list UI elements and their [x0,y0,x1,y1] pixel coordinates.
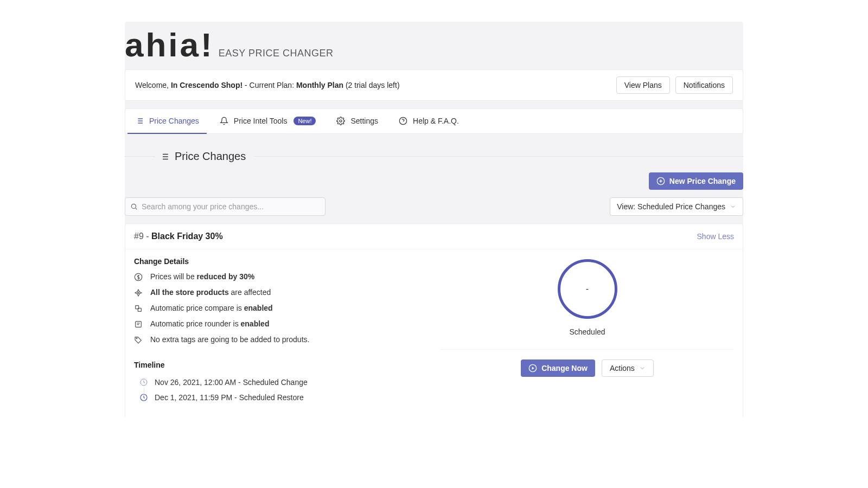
detail-row-price: Prices will be reduced by 30% [134,272,427,281]
show-less-link[interactable]: Show Less [697,232,734,241]
rounder-icon [134,320,143,329]
card-title: #9 - Black Friday 30% [134,232,223,241]
list-icon [159,152,169,162]
svg-point-6 [340,120,342,122]
details-column: Change Details Prices will be reduced by… [134,257,427,407]
welcome-prefix: Welcome, [135,81,171,89]
main-tabs: Price Changes Price Intel Tools New! Set… [125,108,743,134]
tab-help-label: Help & F.A.Q. [413,117,459,125]
view-filter-label: View: Scheduled Price Changes [617,202,725,211]
timeline-text: Nov 26, 2021, 12:00 AM - Scheduled Chang… [155,378,308,387]
svg-marker-33 [532,367,534,369]
svg-line-19 [136,208,137,210]
section-title: Price Changes [175,150,246,163]
section-heading: Price Changes [125,150,743,163]
bell-icon [220,117,228,125]
actions-dropdown-button[interactable]: Actions [602,359,654,377]
clock-icon [139,393,148,402]
search-wrap [125,197,326,216]
app-container: ahia! EASY PRICE CHANGER Welcome, In Cre… [125,22,743,417]
change-now-label: Change Now [541,364,588,373]
welcome-text: Welcome, In Crescendo Shop! - Current Pl… [135,81,400,89]
clock-icon [139,378,148,387]
target-icon [134,288,143,297]
detail-row-rounder: Automatic price rounder is enabled [134,319,427,329]
tab-price-changes[interactable]: Price Changes [127,109,207,134]
brand-subtitle: EASY PRICE CHANGER [219,48,334,59]
timeline-item: Dec 1, 2021, 11:59 PM - Scheduled Restor… [134,392,427,407]
search-input[interactable] [125,197,326,216]
new-price-change-button[interactable]: New Price Change [649,172,743,190]
tab-settings[interactable]: Settings [329,109,386,134]
tab-settings-label: Settings [350,117,378,125]
chevron-down-icon [730,203,736,210]
chevron-down-icon [639,365,646,371]
details-heading: Change Details [134,257,427,266]
notifications-button[interactable]: Notifications [675,76,733,94]
svg-point-18 [131,204,136,208]
search-icon [130,203,138,210]
brand-header: ahia! EASY PRICE CHANGER [125,22,743,69]
shop-name: In Crescendo Shop! [171,81,242,89]
new-badge: New! [293,117,316,125]
dollar-icon [134,273,143,281]
view-plans-button[interactable]: View Plans [616,76,670,94]
tag-icon [134,336,143,344]
status-ring-value: - [586,284,589,294]
card-id: #9 - [134,232,151,241]
status-ring: - [558,259,617,319]
tab-intel-tools[interactable]: Price Intel Tools New! [212,109,324,134]
status-label: Scheduled [569,328,605,336]
svg-point-23 [138,292,139,294]
actions-label: Actions [610,364,635,373]
list-icon [135,117,144,125]
compare-icon [134,304,143,313]
detail-row-scope: All the store products are affected [134,288,427,297]
plan-name: Monthly Plan [296,81,343,89]
detail-row-compare: Automatic price compare is enabled [134,304,427,313]
brand-title: ahia! [125,28,214,62]
status-column: - Scheduled Change Now Actions [441,257,734,407]
price-change-card: #9 - Black Friday 30% Show Less Change D… [125,223,743,417]
timeline-section: Timeline Nov 26, 2021, 12:00 AM - Schedu… [134,361,427,407]
trial-days: (2 trial days left) [346,81,400,89]
new-price-change-label: New Price Change [669,177,736,185]
play-circle-icon [528,364,537,373]
gear-icon [336,117,345,125]
tab-help[interactable]: Help & F.A.Q. [391,109,467,134]
view-filter-select[interactable]: View: Scheduled Price Changes [610,197,743,216]
tab-price-changes-label: Price Changes [149,117,199,125]
detail-row-tags: No extra tags are going to be added to p… [134,335,427,344]
help-icon [399,117,407,125]
tab-intel-tools-label: Price Intel Tools [234,117,288,125]
plus-circle-icon [656,177,665,185]
change-now-button[interactable]: Change Now [521,359,595,377]
svg-marker-22 [135,290,142,296]
timeline-item: Nov 26, 2021, 12:00 AM - Scheduled Chang… [134,377,427,392]
svg-point-7 [399,117,406,124]
svg-point-29 [136,338,137,339]
timeline-text: Dec 1, 2021, 11:59 PM - Scheduled Restor… [155,393,304,402]
svg-rect-26 [136,322,142,328]
plan-label: - Current Plan: [245,81,296,89]
card-name: Black Friday 30% [151,232,223,241]
timeline-heading: Timeline [134,361,427,369]
welcome-bar: Welcome, In Crescendo Shop! - Current Pl… [125,69,743,101]
